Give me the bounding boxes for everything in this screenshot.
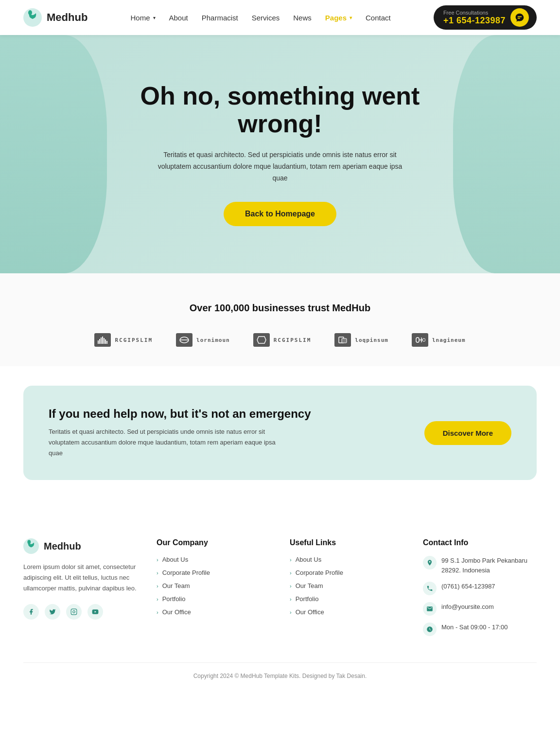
- trust-title: Over 100,000 businesses trust MedHub: [23, 302, 537, 314]
- phone-icon: [423, 582, 437, 595]
- footer-brand-name: Medhub: [44, 541, 81, 552]
- contact-phone-item: (0761) 654-123987: [423, 582, 537, 595]
- nav-home[interactable]: Home ▾: [131, 14, 156, 22]
- arrow-icon: ›: [290, 583, 292, 589]
- hero-section: Oh no, something went wrong! Teritatis e…: [0, 35, 560, 273]
- help-banner: If you need help now, but it's not an em…: [23, 386, 537, 480]
- footer-useful-link-2[interactable]: › Our Team: [290, 582, 403, 589]
- trust-logo-2: lornimoun: [176, 333, 230, 347]
- svg-rect-4: [101, 338, 102, 344]
- nav-links: Home ▾ About Pharmacist Services News Pa…: [131, 14, 391, 22]
- arrow-icon: ›: [157, 609, 158, 615]
- arrow-icon: ›: [290, 596, 292, 602]
- contact-phone: (0761) 654-123987: [441, 582, 495, 591]
- arrow-icon: ›: [290, 609, 292, 615]
- contact-hours: Mon - Sat 09:00 - 17:00: [441, 622, 508, 632]
- arrow-icon: ›: [157, 596, 158, 602]
- arrow-icon: ›: [157, 583, 158, 589]
- back-to-homepage-button[interactable]: Back to Homepage: [224, 202, 336, 226]
- cta-small-label: Free Consultations: [443, 10, 506, 16]
- footer-company-link-3[interactable]: › Portfolio: [157, 595, 270, 603]
- arrow-icon: ›: [290, 557, 292, 563]
- footer-links-col: Useful Links › About Us › Corporate Prof…: [290, 538, 403, 643]
- contact-address-item: 99 S.1 Jombo Park Pekanbaru 28292. Indon…: [423, 556, 537, 575]
- nav-contact[interactable]: Contact: [366, 14, 391, 22]
- footer-links-heading: Useful Links: [290, 538, 403, 547]
- nav-services[interactable]: Services: [252, 14, 280, 22]
- footer-company-link-4[interactable]: › Our Office: [157, 608, 270, 616]
- footer-contact-heading: Contact Info: [423, 538, 537, 547]
- footer-company-link-0[interactable]: › About Us: [157, 556, 270, 563]
- contact-email: info@yoursite.com: [441, 602, 494, 612]
- twitter-icon[interactable]: [45, 604, 60, 620]
- svg-marker-11: [257, 337, 266, 343]
- svg-point-19: [27, 540, 31, 544]
- chevron-down-icon: ▾: [153, 15, 156, 20]
- navbar: Medhub Home ▾ About Pharmacist Services …: [0, 0, 560, 35]
- brand[interactable]: Medhub: [23, 8, 88, 27]
- svg-rect-7: [105, 339, 106, 344]
- instagram-icon[interactable]: [66, 604, 82, 620]
- trust-logo-5: lnagineum: [412, 333, 466, 347]
- trust-section: Over 100,000 businesses trust MedHub RCG…: [0, 273, 560, 366]
- footer-useful-link-1[interactable]: › Corporate Profile: [290, 569, 403, 576]
- hero-title: Oh no, something went wrong!: [124, 82, 436, 138]
- contact-hours-item: Mon - Sat 09:00 - 17:00: [423, 622, 537, 636]
- trust-logo-3: RCGIPSLIM: [253, 333, 312, 347]
- hero-description: Teritatis et quasi architecto. Sed ut pe…: [154, 149, 406, 184]
- footer-company-link-2[interactable]: › Our Team: [157, 582, 270, 589]
- help-text: If you need help now, but it's not an em…: [49, 407, 311, 459]
- footer-useful-link-3[interactable]: › Portfolio: [290, 595, 403, 603]
- help-title: If you need help now, but it's not an em…: [49, 407, 311, 421]
- chevron-down-icon: ▾: [350, 15, 352, 20]
- chat-icon[interactable]: [510, 8, 529, 27]
- nav-about[interactable]: About: [169, 14, 188, 22]
- clock-icon: [423, 622, 437, 636]
- social-row: [23, 604, 137, 620]
- svg-rect-3: [99, 339, 100, 344]
- svg-rect-20: [71, 609, 77, 615]
- logos-row: RCGIPSLIM lornimoun: [23, 333, 537, 347]
- svg-rect-14: [416, 338, 419, 342]
- footer-useful-link-4[interactable]: › Our Office: [290, 608, 403, 616]
- svg-rect-6: [104, 338, 105, 344]
- brand-logo-icon: [23, 8, 42, 27]
- contact-email-item: info@yoursite.com: [423, 602, 537, 616]
- hero-content: Oh no, something went wrong! Teritatis e…: [105, 43, 455, 265]
- trust-logo-4: loqpinsum: [334, 333, 388, 347]
- youtube-icon[interactable]: [88, 604, 103, 620]
- footer-company-link-1[interactable]: › Corporate Profile: [157, 569, 270, 576]
- footer-useful-link-0[interactable]: › About Us: [290, 556, 403, 563]
- footer-logo-icon: [23, 538, 39, 554]
- footer-company-heading: Our Company: [157, 538, 270, 547]
- location-icon: [423, 556, 437, 569]
- arrow-icon: ›: [157, 570, 158, 576]
- hero-person-right: [453, 35, 560, 273]
- footer-top: Medhub Lorem ipsum dolor sit amet, conse…: [23, 538, 537, 643]
- svg-rect-8: [106, 341, 107, 344]
- svg-rect-13: [342, 338, 347, 343]
- svg-point-17: [422, 338, 425, 341]
- hero-person-left: [0, 35, 107, 273]
- brand-name: Medhub: [47, 11, 88, 24]
- arrow-icon: ›: [157, 557, 158, 563]
- footer-brand-description: Lorem ipsum dolor sit amet, consectetur …: [23, 562, 137, 594]
- trust-logo-1: RCGIPSLIM: [94, 333, 153, 347]
- cta-text: Free Consultations +1 654-123987: [443, 10, 506, 26]
- svg-point-1: [28, 10, 32, 15]
- footer-brand-col: Medhub Lorem ipsum dolor sit amet, conse…: [23, 538, 137, 643]
- footer: Medhub Lorem ipsum dolor sit amet, conse…: [0, 509, 560, 689]
- svg-rect-2: [98, 340, 99, 344]
- footer-company-col: Our Company › About Us › Corporate Profi…: [157, 538, 270, 643]
- arrow-icon: ›: [290, 570, 292, 576]
- help-description: Teritatis et quasi architecto. Sed ut pe…: [49, 427, 282, 459]
- facebook-icon[interactable]: [23, 604, 39, 620]
- svg-rect-5: [102, 337, 103, 344]
- nav-news[interactable]: News: [293, 14, 312, 22]
- nav-pages[interactable]: Pages ▾: [325, 14, 352, 22]
- cta-block[interactable]: Free Consultations +1 654-123987: [434, 5, 537, 30]
- discover-more-button[interactable]: Discover More: [424, 421, 511, 445]
- nav-pharmacist[interactable]: Pharmacist: [202, 14, 238, 22]
- footer-bottom: Copyright 2024 © MedHub Template Kits. D…: [23, 662, 537, 679]
- copyright-text: Copyright 2024 © MedHub Template Kits. D…: [193, 673, 367, 679]
